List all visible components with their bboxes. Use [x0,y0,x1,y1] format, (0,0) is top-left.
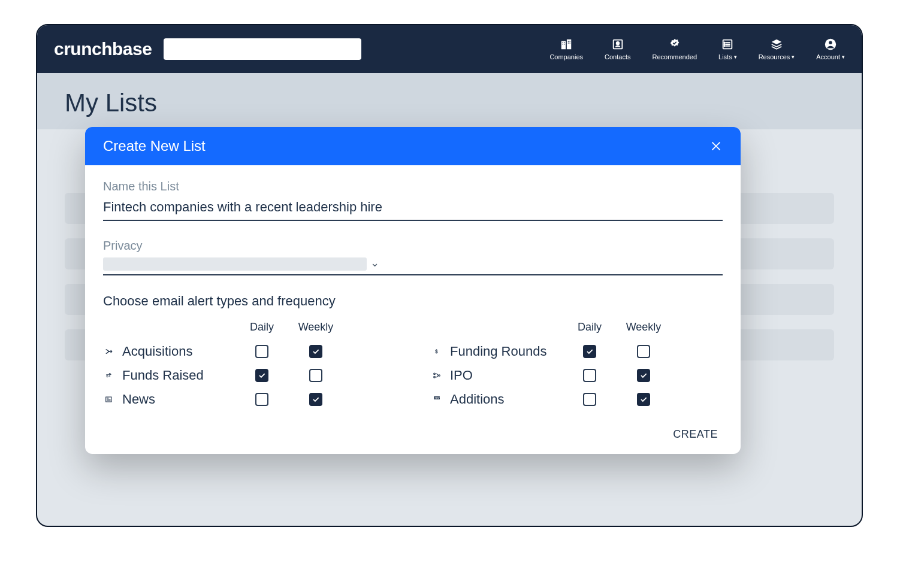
svg-point-18 [724,46,725,46]
checkbox-daily[interactable] [583,369,596,382]
alert-row: Acquisitions [103,340,395,363]
chevron-down-icon: ▾ [842,54,845,60]
alerts-column-left: Daily Weekly Acquisitions $ Funds Raised… [103,321,395,411]
nav-contacts[interactable]: Contacts [605,38,630,60]
topnav: Companies Contacts Recommended Lists▾ [549,38,845,60]
checkbox-weekly[interactable] [637,345,650,358]
svg-text:NEW: NEW [435,397,440,399]
svg-rect-9 [570,43,570,43]
topbar: crunchbase Companies Contacts Recommende… [37,25,862,73]
freq-header-daily: Daily [235,321,289,334]
nav-label: Contacts [605,53,630,60]
alerts-grid: Daily Weekly Acquisitions $ Funds Raised… [103,321,723,411]
buildings-icon [560,38,573,51]
chevron-down-icon: ▾ [792,54,795,60]
chevron-down-icon: ⌄ [370,256,379,271]
modal-footer: CREATE [85,417,741,454]
merge-icon [103,347,115,356]
checkbox-daily[interactable] [583,345,596,358]
checkbox-weekly[interactable] [637,393,650,406]
nav-recommended[interactable]: Recommended [652,38,697,60]
freq-header-weekly: Weekly [289,321,343,334]
nav-label: Resources [759,53,790,60]
account-icon [824,38,837,51]
name-field-label: Name this List [103,180,723,193]
nav-account[interactable]: Account▾ [816,38,845,60]
ipo-icon [431,371,443,380]
svg-point-29 [434,373,436,375]
nav-lists[interactable]: Lists▾ [718,38,737,60]
svg-rect-2 [563,42,563,43]
close-icon[interactable] [709,140,723,153]
alert-label: Acquisitions [122,344,192,359]
new-icon: NEW [431,396,443,403]
checkbox-weekly[interactable] [309,345,322,358]
nav-label: Account [816,53,840,60]
svg-rect-7 [570,41,570,42]
svg-rect-1 [567,40,571,50]
alert-row: News [103,387,395,411]
list-icon [721,38,734,51]
alerts-column-right: Daily Weekly $ Funding Rounds IPO NEW Ad… [431,321,723,411]
svg-point-16 [724,43,725,43]
svg-rect-5 [564,44,565,44]
privacy-select[interactable]: ⌄ [103,256,723,275]
alert-label: News [122,392,155,407]
freq-header-weekly: Weekly [617,321,671,334]
alert-row: NEW Additions [431,387,723,411]
contact-card-icon [611,38,624,51]
checkbox-daily[interactable] [255,393,268,406]
checkbox-weekly[interactable] [309,393,322,406]
nav-label: Recommended [652,53,697,60]
svg-rect-8 [568,43,569,43]
checkbox-weekly[interactable] [637,369,650,382]
alerts-section-title: Choose email alert types and frequency [103,293,723,309]
checkbox-daily[interactable] [255,345,268,358]
privacy-value-placeholder [103,257,367,271]
svg-rect-3 [564,42,565,43]
svg-point-11 [616,42,619,45]
badge-icon [668,38,681,51]
nav-companies[interactable]: Companies [549,38,583,60]
chevron-down-icon: ▾ [734,54,737,60]
dollar-up-icon: $ [103,371,115,380]
create-list-modal: Create New List Name this List Privacy ⌄… [85,127,741,454]
modal-header: Create New List [85,127,741,165]
app-frame: crunchbase Companies Contacts Recommende… [36,24,863,527]
nav-label: Lists [718,53,732,60]
checkbox-daily[interactable] [255,369,268,382]
privacy-field-label: Privacy [103,239,723,253]
alert-label: Additions [450,392,505,407]
nav-label: Companies [549,53,583,60]
nav-resources[interactable]: Resources▾ [759,38,795,60]
svg-text:$: $ [106,373,109,378]
svg-rect-6 [568,41,569,42]
alert-row: $ Funds Raised [103,363,395,387]
svg-point-31 [439,375,440,377]
layers-icon [770,38,783,51]
svg-point-17 [724,44,725,44]
alert-label: Funding Rounds [450,344,546,359]
alert-label: IPO [450,368,473,383]
search-input[interactable] [164,38,361,60]
list-name-input[interactable] [103,197,723,221]
alert-label: Funds Raised [122,368,204,383]
svg-rect-0 [561,41,566,50]
svg-point-20 [829,41,832,45]
news-icon [103,395,115,404]
modal-title: Create New List [103,138,206,154]
modal-body: Name this List Privacy ⌄ Choose email al… [85,165,741,417]
checkbox-daily[interactable] [583,393,596,406]
freq-header-daily: Daily [563,321,617,334]
dollar-icon: $ [431,347,443,356]
svg-point-30 [434,376,436,378]
alert-row: $ Funding Rounds [431,340,723,363]
create-button[interactable]: CREATE [673,428,718,441]
brand-logo: crunchbase [54,39,152,59]
svg-text:$: $ [435,348,439,354]
page-title: My Lists [37,73,862,129]
checkbox-weekly[interactable] [309,369,322,382]
svg-rect-4 [563,44,563,44]
alert-row: IPO [431,363,723,387]
